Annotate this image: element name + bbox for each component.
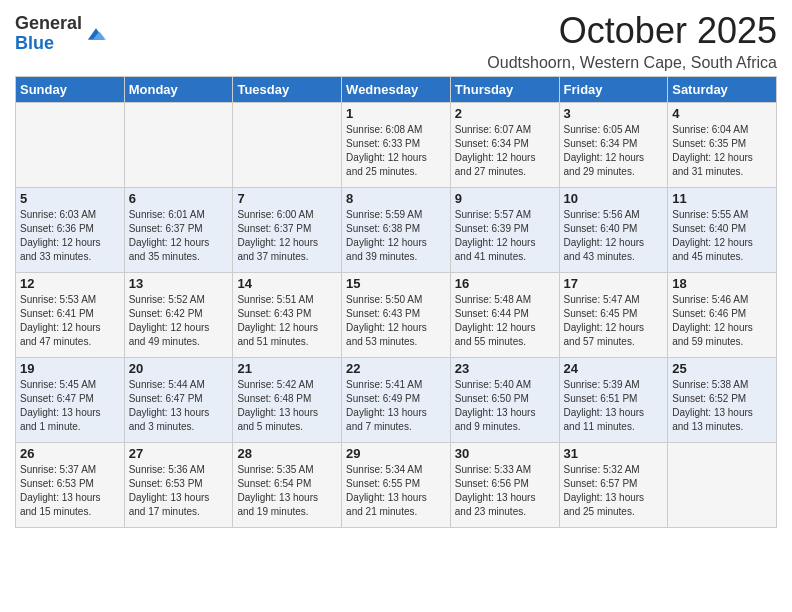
calendar-week-row: 5Sunrise: 6:03 AM Sunset: 6:36 PM Daylig… (16, 188, 777, 273)
day-number: 22 (346, 361, 446, 376)
cell-info: Sunrise: 5:50 AM Sunset: 6:43 PM Dayligh… (346, 293, 446, 349)
cell-info: Sunrise: 5:40 AM Sunset: 6:50 PM Dayligh… (455, 378, 555, 434)
day-number: 1 (346, 106, 446, 121)
day-number: 24 (564, 361, 664, 376)
cell-info: Sunrise: 5:57 AM Sunset: 6:39 PM Dayligh… (455, 208, 555, 264)
calendar-cell: 1Sunrise: 6:08 AM Sunset: 6:33 PM Daylig… (342, 103, 451, 188)
calendar-cell: 10Sunrise: 5:56 AM Sunset: 6:40 PM Dayli… (559, 188, 668, 273)
cell-info: Sunrise: 5:48 AM Sunset: 6:44 PM Dayligh… (455, 293, 555, 349)
calendar-cell: 26Sunrise: 5:37 AM Sunset: 6:53 PM Dayli… (16, 443, 125, 528)
cell-info: Sunrise: 5:59 AM Sunset: 6:38 PM Dayligh… (346, 208, 446, 264)
cell-info: Sunrise: 5:38 AM Sunset: 6:52 PM Dayligh… (672, 378, 772, 434)
logo-general-text: General (15, 13, 82, 33)
calendar-week-row: 26Sunrise: 5:37 AM Sunset: 6:53 PM Dayli… (16, 443, 777, 528)
calendar-body: 1Sunrise: 6:08 AM Sunset: 6:33 PM Daylig… (16, 103, 777, 528)
day-number: 10 (564, 191, 664, 206)
day-number: 17 (564, 276, 664, 291)
day-number: 21 (237, 361, 337, 376)
day-number: 28 (237, 446, 337, 461)
day-number: 3 (564, 106, 664, 121)
column-header-tuesday: Tuesday (233, 77, 342, 103)
calendar-cell: 27Sunrise: 5:36 AM Sunset: 6:53 PM Dayli… (124, 443, 233, 528)
cell-info: Sunrise: 6:08 AM Sunset: 6:33 PM Dayligh… (346, 123, 446, 179)
calendar-cell: 4Sunrise: 6:04 AM Sunset: 6:35 PM Daylig… (668, 103, 777, 188)
day-number: 20 (129, 361, 229, 376)
day-number: 11 (672, 191, 772, 206)
calendar-cell: 22Sunrise: 5:41 AM Sunset: 6:49 PM Dayli… (342, 358, 451, 443)
cell-info: Sunrise: 6:01 AM Sunset: 6:37 PM Dayligh… (129, 208, 229, 264)
calendar-cell: 8Sunrise: 5:59 AM Sunset: 6:38 PM Daylig… (342, 188, 451, 273)
cell-info: Sunrise: 5:45 AM Sunset: 6:47 PM Dayligh… (20, 378, 120, 434)
day-number: 6 (129, 191, 229, 206)
day-number: 30 (455, 446, 555, 461)
column-header-friday: Friday (559, 77, 668, 103)
cell-info: Sunrise: 5:42 AM Sunset: 6:48 PM Dayligh… (237, 378, 337, 434)
calendar-cell: 29Sunrise: 5:34 AM Sunset: 6:55 PM Dayli… (342, 443, 451, 528)
day-number: 2 (455, 106, 555, 121)
day-number: 7 (237, 191, 337, 206)
calendar-cell: 14Sunrise: 5:51 AM Sunset: 6:43 PM Dayli… (233, 273, 342, 358)
cell-info: Sunrise: 5:41 AM Sunset: 6:49 PM Dayligh… (346, 378, 446, 434)
cell-info: Sunrise: 5:55 AM Sunset: 6:40 PM Dayligh… (672, 208, 772, 264)
calendar-cell (668, 443, 777, 528)
cell-info: Sunrise: 5:34 AM Sunset: 6:55 PM Dayligh… (346, 463, 446, 519)
day-number: 27 (129, 446, 229, 461)
column-header-sunday: Sunday (16, 77, 125, 103)
calendar-cell: 11Sunrise: 5:55 AM Sunset: 6:40 PM Dayli… (668, 188, 777, 273)
cell-info: Sunrise: 5:52 AM Sunset: 6:42 PM Dayligh… (129, 293, 229, 349)
logo-icon (84, 25, 108, 43)
calendar-cell: 18Sunrise: 5:46 AM Sunset: 6:46 PM Dayli… (668, 273, 777, 358)
calendar-cell: 31Sunrise: 5:32 AM Sunset: 6:57 PM Dayli… (559, 443, 668, 528)
cell-info: Sunrise: 5:32 AM Sunset: 6:57 PM Dayligh… (564, 463, 664, 519)
day-number: 31 (564, 446, 664, 461)
calendar-cell: 17Sunrise: 5:47 AM Sunset: 6:45 PM Dayli… (559, 273, 668, 358)
calendar-header-row: SundayMondayTuesdayWednesdayThursdayFrid… (16, 77, 777, 103)
day-number: 26 (20, 446, 120, 461)
day-number: 12 (20, 276, 120, 291)
day-number: 16 (455, 276, 555, 291)
location-text: Oudtshoorn, Western Cape, South Africa (487, 54, 777, 72)
calendar-cell (16, 103, 125, 188)
cell-info: Sunrise: 5:47 AM Sunset: 6:45 PM Dayligh… (564, 293, 664, 349)
month-title: October 2025 (487, 10, 777, 52)
calendar-cell: 13Sunrise: 5:52 AM Sunset: 6:42 PM Dayli… (124, 273, 233, 358)
calendar-cell: 20Sunrise: 5:44 AM Sunset: 6:47 PM Dayli… (124, 358, 233, 443)
cell-info: Sunrise: 5:56 AM Sunset: 6:40 PM Dayligh… (564, 208, 664, 264)
cell-info: Sunrise: 5:37 AM Sunset: 6:53 PM Dayligh… (20, 463, 120, 519)
logo: General Blue (15, 14, 108, 54)
column-header-monday: Monday (124, 77, 233, 103)
calendar-cell: 30Sunrise: 5:33 AM Sunset: 6:56 PM Dayli… (450, 443, 559, 528)
day-number: 5 (20, 191, 120, 206)
calendar-cell: 28Sunrise: 5:35 AM Sunset: 6:54 PM Dayli… (233, 443, 342, 528)
column-header-wednesday: Wednesday (342, 77, 451, 103)
calendar-cell: 6Sunrise: 6:01 AM Sunset: 6:37 PM Daylig… (124, 188, 233, 273)
day-number: 25 (672, 361, 772, 376)
calendar-cell: 9Sunrise: 5:57 AM Sunset: 6:39 PM Daylig… (450, 188, 559, 273)
calendar-cell: 23Sunrise: 5:40 AM Sunset: 6:50 PM Dayli… (450, 358, 559, 443)
day-number: 8 (346, 191, 446, 206)
calendar-week-row: 1Sunrise: 6:08 AM Sunset: 6:33 PM Daylig… (16, 103, 777, 188)
calendar-cell: 5Sunrise: 6:03 AM Sunset: 6:36 PM Daylig… (16, 188, 125, 273)
day-number: 19 (20, 361, 120, 376)
calendar-cell: 15Sunrise: 5:50 AM Sunset: 6:43 PM Dayli… (342, 273, 451, 358)
calendar-cell: 7Sunrise: 6:00 AM Sunset: 6:37 PM Daylig… (233, 188, 342, 273)
calendar-cell (233, 103, 342, 188)
day-number: 13 (129, 276, 229, 291)
calendar-cell: 21Sunrise: 5:42 AM Sunset: 6:48 PM Dayli… (233, 358, 342, 443)
cell-info: Sunrise: 5:53 AM Sunset: 6:41 PM Dayligh… (20, 293, 120, 349)
calendar-cell: 25Sunrise: 5:38 AM Sunset: 6:52 PM Dayli… (668, 358, 777, 443)
day-number: 15 (346, 276, 446, 291)
page-header: General Blue October 2025 Oudtshoorn, We… (15, 10, 777, 72)
day-number: 9 (455, 191, 555, 206)
cell-info: Sunrise: 6:00 AM Sunset: 6:37 PM Dayligh… (237, 208, 337, 264)
calendar-cell (124, 103, 233, 188)
calendar-week-row: 19Sunrise: 5:45 AM Sunset: 6:47 PM Dayli… (16, 358, 777, 443)
title-block: October 2025 Oudtshoorn, Western Cape, S… (487, 10, 777, 72)
day-number: 4 (672, 106, 772, 121)
day-number: 29 (346, 446, 446, 461)
cell-info: Sunrise: 5:46 AM Sunset: 6:46 PM Dayligh… (672, 293, 772, 349)
cell-info: Sunrise: 6:04 AM Sunset: 6:35 PM Dayligh… (672, 123, 772, 179)
column-header-saturday: Saturday (668, 77, 777, 103)
calendar-cell: 16Sunrise: 5:48 AM Sunset: 6:44 PM Dayli… (450, 273, 559, 358)
calendar-cell: 2Sunrise: 6:07 AM Sunset: 6:34 PM Daylig… (450, 103, 559, 188)
